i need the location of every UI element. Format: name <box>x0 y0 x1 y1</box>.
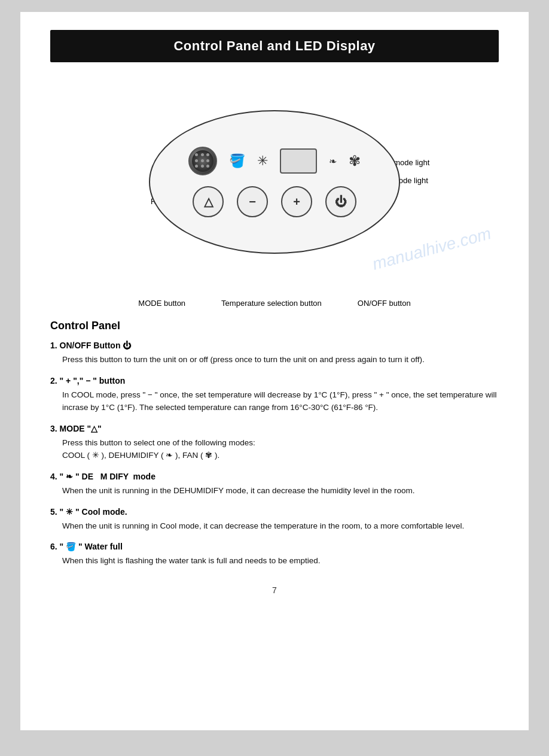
item-heading-4: 4. " ❧ " DE M DIFY mode <box>50 472 499 481</box>
list-item: 3. MODE "△" Press this button to select … <box>50 424 499 462</box>
label-mode-button: MODE button <box>138 299 185 308</box>
list-item: 4. " ❧ " DE M DIFY mode When the unit is… <box>50 472 499 497</box>
dot <box>206 159 209 162</box>
item-label-5: " ✳ " Cool mode. <box>60 507 127 517</box>
item-body-3: Press this button to select one of the f… <box>62 436 499 462</box>
dot <box>201 153 204 156</box>
dot <box>201 165 204 168</box>
page-title: Control Panel and LED Display <box>62 38 487 54</box>
control-panel-oval: 🪣 ✳ ❧ ✾ △ − + ⏻ <box>149 110 400 254</box>
item-heading-5: 5. " ✳ " Cool mode. <box>50 507 499 517</box>
dehumidify-icon: ❧ <box>329 156 337 167</box>
list-item: 2. " + "," − " button In COOL mode, pres… <box>50 376 499 414</box>
item-heading-6: 6. " 🪣 " Water full <box>50 542 499 551</box>
list-item: 6. " 🪣 " Water full When this light is f… <box>50 542 499 567</box>
dot <box>195 159 198 162</box>
item-label-3: MODE "△" <box>60 424 102 433</box>
temp-plus-button[interactable]: + <box>281 186 312 217</box>
dot <box>195 153 198 156</box>
diagram-container: WATER FULL light COOL mode light DEHUMID… <box>50 74 499 314</box>
header-bar: Control Panel and LED Display <box>50 30 499 62</box>
item-label-6: " 🪣 " Water full <box>60 542 123 551</box>
panel-top-row: 🪣 ✳ ❧ ✾ <box>188 147 361 175</box>
water-full-icon: 🪣 <box>229 153 245 169</box>
receiver-window-inner <box>192 150 214 172</box>
content-section: Control Panel 1. ON/OFF Button ⏻ Press t… <box>50 320 499 567</box>
dot <box>195 165 198 168</box>
fan-mode-icon: ✾ <box>349 153 361 169</box>
item-heading-2: 2. " + "," − " button <box>50 376 499 385</box>
list-item: 1. ON/OFF Button ⏻ Press this button to … <box>50 341 499 366</box>
item-number-1: 1. <box>50 341 57 350</box>
led-screen-display <box>280 148 317 174</box>
item-number-2: 2. <box>50 376 57 385</box>
item-heading-3: 3. MODE "△" <box>50 424 499 433</box>
label-temp-button: Temperature selection button <box>221 299 322 308</box>
item-heading-1: 1. ON/OFF Button ⏻ <box>50 341 499 350</box>
bottom-labels: MODE button Temperature selection button… <box>50 299 499 308</box>
item-number-6: 6. <box>50 542 57 551</box>
item-label-4: " ❧ " DE M DIFY mode <box>60 472 155 481</box>
onoff-button[interactable]: ⏻ <box>325 186 356 217</box>
section-title: Control Panel <box>50 320 499 332</box>
dot <box>206 165 209 168</box>
dot <box>201 159 204 162</box>
list-item: 5. " ✳ " Cool mode. When the unit is run… <box>50 507 499 533</box>
item-body-6: When this light is flashing the water ta… <box>62 554 499 567</box>
item-body-5: When the unit is running in Cool mode, i… <box>62 520 499 533</box>
page: Control Panel and LED Display WATER FULL… <box>20 12 529 730</box>
item-number-3: 3. <box>50 424 57 433</box>
panel-bottom-row: △ − + ⏻ <box>193 186 356 217</box>
dot <box>206 153 209 156</box>
item-number-5: 5. <box>50 507 57 517</box>
item-body-2: In COOL mode, press " − " once, the set … <box>62 388 499 414</box>
item-label-2: " + "," − " button <box>60 376 126 385</box>
item-body-1: Press this button to turn the unit on or… <box>62 353 499 366</box>
cool-mode-icon: ✳ <box>257 153 268 169</box>
temp-minus-button[interactable]: − <box>237 186 268 217</box>
item-body-4: When the unit is running in the DEHUMIDI… <box>62 484 499 497</box>
label-onoff-button: ON/OFF button <box>358 299 411 308</box>
mode-button[interactable]: △ <box>193 186 224 217</box>
page-number: 7 <box>50 585 499 595</box>
receiver-window-icon <box>188 147 217 175</box>
item-label-1: ON/OFF Button ⏻ <box>60 341 132 350</box>
item-number-4: 4. <box>50 472 57 481</box>
